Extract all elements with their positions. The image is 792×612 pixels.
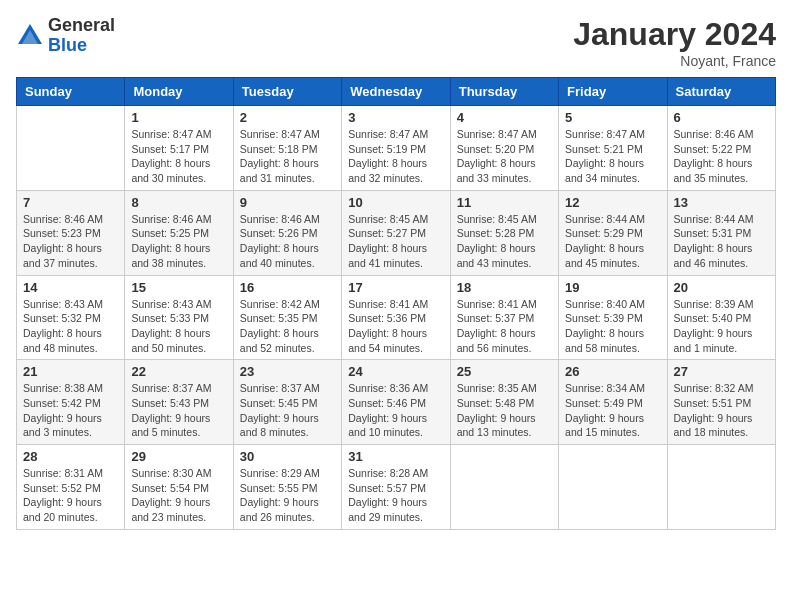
logo-icon	[16, 22, 44, 50]
day-number: 1	[131, 110, 226, 125]
calendar-cell: 3Sunrise: 8:47 AM Sunset: 5:19 PM Daylig…	[342, 106, 450, 191]
day-info: Sunrise: 8:30 AM Sunset: 5:54 PM Dayligh…	[131, 466, 226, 525]
calendar-week-0: 1Sunrise: 8:47 AM Sunset: 5:17 PM Daylig…	[17, 106, 776, 191]
day-number: 11	[457, 195, 552, 210]
day-info: Sunrise: 8:47 AM Sunset: 5:18 PM Dayligh…	[240, 127, 335, 186]
logo-general: General	[48, 15, 115, 35]
day-info: Sunrise: 8:47 AM Sunset: 5:19 PM Dayligh…	[348, 127, 443, 186]
weekday-header-sunday: Sunday	[17, 78, 125, 106]
logo-text: General Blue	[48, 16, 115, 56]
weekday-header-monday: Monday	[125, 78, 233, 106]
day-info: Sunrise: 8:31 AM Sunset: 5:52 PM Dayligh…	[23, 466, 118, 525]
calendar-week-4: 28Sunrise: 8:31 AM Sunset: 5:52 PM Dayli…	[17, 445, 776, 530]
day-info: Sunrise: 8:29 AM Sunset: 5:55 PM Dayligh…	[240, 466, 335, 525]
page-header: General Blue January 2024 Noyant, France	[16, 16, 776, 69]
day-number: 20	[674, 280, 769, 295]
day-number: 7	[23, 195, 118, 210]
day-info: Sunrise: 8:41 AM Sunset: 5:36 PM Dayligh…	[348, 297, 443, 356]
calendar-cell: 12Sunrise: 8:44 AM Sunset: 5:29 PM Dayli…	[559, 190, 667, 275]
calendar-cell: 29Sunrise: 8:30 AM Sunset: 5:54 PM Dayli…	[125, 445, 233, 530]
calendar-cell: 26Sunrise: 8:34 AM Sunset: 5:49 PM Dayli…	[559, 360, 667, 445]
calendar-cell: 30Sunrise: 8:29 AM Sunset: 5:55 PM Dayli…	[233, 445, 341, 530]
day-info: Sunrise: 8:46 AM Sunset: 5:25 PM Dayligh…	[131, 212, 226, 271]
day-info: Sunrise: 8:44 AM Sunset: 5:31 PM Dayligh…	[674, 212, 769, 271]
calendar-cell: 11Sunrise: 8:45 AM Sunset: 5:28 PM Dayli…	[450, 190, 558, 275]
calendar-cell: 28Sunrise: 8:31 AM Sunset: 5:52 PM Dayli…	[17, 445, 125, 530]
day-number: 26	[565, 364, 660, 379]
day-number: 17	[348, 280, 443, 295]
day-info: Sunrise: 8:46 AM Sunset: 5:22 PM Dayligh…	[674, 127, 769, 186]
calendar-cell: 25Sunrise: 8:35 AM Sunset: 5:48 PM Dayli…	[450, 360, 558, 445]
calendar-cell: 4Sunrise: 8:47 AM Sunset: 5:20 PM Daylig…	[450, 106, 558, 191]
calendar-week-2: 14Sunrise: 8:43 AM Sunset: 5:32 PM Dayli…	[17, 275, 776, 360]
day-info: Sunrise: 8:46 AM Sunset: 5:23 PM Dayligh…	[23, 212, 118, 271]
day-info: Sunrise: 8:47 AM Sunset: 5:20 PM Dayligh…	[457, 127, 552, 186]
weekday-header-tuesday: Tuesday	[233, 78, 341, 106]
calendar-cell	[450, 445, 558, 530]
day-info: Sunrise: 8:45 AM Sunset: 5:27 PM Dayligh…	[348, 212, 443, 271]
day-number: 19	[565, 280, 660, 295]
logo: General Blue	[16, 16, 115, 56]
day-number: 22	[131, 364, 226, 379]
day-info: Sunrise: 8:39 AM Sunset: 5:40 PM Dayligh…	[674, 297, 769, 356]
day-number: 23	[240, 364, 335, 379]
day-number: 16	[240, 280, 335, 295]
day-number: 10	[348, 195, 443, 210]
day-number: 18	[457, 280, 552, 295]
day-number: 5	[565, 110, 660, 125]
location-subtitle: Noyant, France	[573, 53, 776, 69]
weekday-header-wednesday: Wednesday	[342, 78, 450, 106]
calendar-cell	[17, 106, 125, 191]
day-info: Sunrise: 8:42 AM Sunset: 5:35 PM Dayligh…	[240, 297, 335, 356]
day-info: Sunrise: 8:35 AM Sunset: 5:48 PM Dayligh…	[457, 381, 552, 440]
day-info: Sunrise: 8:47 AM Sunset: 5:17 PM Dayligh…	[131, 127, 226, 186]
calendar-cell: 1Sunrise: 8:47 AM Sunset: 5:17 PM Daylig…	[125, 106, 233, 191]
day-info: Sunrise: 8:47 AM Sunset: 5:21 PM Dayligh…	[565, 127, 660, 186]
day-number: 21	[23, 364, 118, 379]
day-number: 27	[674, 364, 769, 379]
logo-blue: Blue	[48, 35, 87, 55]
calendar-cell: 23Sunrise: 8:37 AM Sunset: 5:45 PM Dayli…	[233, 360, 341, 445]
calendar-cell: 21Sunrise: 8:38 AM Sunset: 5:42 PM Dayli…	[17, 360, 125, 445]
day-info: Sunrise: 8:46 AM Sunset: 5:26 PM Dayligh…	[240, 212, 335, 271]
weekday-header-friday: Friday	[559, 78, 667, 106]
day-info: Sunrise: 8:36 AM Sunset: 5:46 PM Dayligh…	[348, 381, 443, 440]
day-info: Sunrise: 8:38 AM Sunset: 5:42 PM Dayligh…	[23, 381, 118, 440]
day-info: Sunrise: 8:41 AM Sunset: 5:37 PM Dayligh…	[457, 297, 552, 356]
calendar-cell: 2Sunrise: 8:47 AM Sunset: 5:18 PM Daylig…	[233, 106, 341, 191]
day-info: Sunrise: 8:44 AM Sunset: 5:29 PM Dayligh…	[565, 212, 660, 271]
day-number: 4	[457, 110, 552, 125]
weekday-header-saturday: Saturday	[667, 78, 775, 106]
calendar-cell: 6Sunrise: 8:46 AM Sunset: 5:22 PM Daylig…	[667, 106, 775, 191]
day-number: 31	[348, 449, 443, 464]
day-info: Sunrise: 8:37 AM Sunset: 5:45 PM Dayligh…	[240, 381, 335, 440]
day-number: 15	[131, 280, 226, 295]
calendar-cell	[559, 445, 667, 530]
day-info: Sunrise: 8:43 AM Sunset: 5:33 PM Dayligh…	[131, 297, 226, 356]
calendar-cell: 5Sunrise: 8:47 AM Sunset: 5:21 PM Daylig…	[559, 106, 667, 191]
month-title: January 2024	[573, 16, 776, 53]
calendar-cell: 19Sunrise: 8:40 AM Sunset: 5:39 PM Dayli…	[559, 275, 667, 360]
calendar-cell: 31Sunrise: 8:28 AM Sunset: 5:57 PM Dayli…	[342, 445, 450, 530]
calendar-cell: 18Sunrise: 8:41 AM Sunset: 5:37 PM Dayli…	[450, 275, 558, 360]
calendar-cell: 8Sunrise: 8:46 AM Sunset: 5:25 PM Daylig…	[125, 190, 233, 275]
day-number: 13	[674, 195, 769, 210]
calendar-cell: 10Sunrise: 8:45 AM Sunset: 5:27 PM Dayli…	[342, 190, 450, 275]
calendar-week-1: 7Sunrise: 8:46 AM Sunset: 5:23 PM Daylig…	[17, 190, 776, 275]
calendar-cell: 27Sunrise: 8:32 AM Sunset: 5:51 PM Dayli…	[667, 360, 775, 445]
calendar-cell	[667, 445, 775, 530]
day-number: 14	[23, 280, 118, 295]
day-number: 24	[348, 364, 443, 379]
day-info: Sunrise: 8:32 AM Sunset: 5:51 PM Dayligh…	[674, 381, 769, 440]
calendar-cell: 16Sunrise: 8:42 AM Sunset: 5:35 PM Dayli…	[233, 275, 341, 360]
day-info: Sunrise: 8:45 AM Sunset: 5:28 PM Dayligh…	[457, 212, 552, 271]
calendar-cell: 7Sunrise: 8:46 AM Sunset: 5:23 PM Daylig…	[17, 190, 125, 275]
day-number: 8	[131, 195, 226, 210]
calendar-cell: 22Sunrise: 8:37 AM Sunset: 5:43 PM Dayli…	[125, 360, 233, 445]
day-number: 3	[348, 110, 443, 125]
calendar-cell: 13Sunrise: 8:44 AM Sunset: 5:31 PM Dayli…	[667, 190, 775, 275]
day-info: Sunrise: 8:28 AM Sunset: 5:57 PM Dayligh…	[348, 466, 443, 525]
calendar-table: SundayMondayTuesdayWednesdayThursdayFrid…	[16, 77, 776, 530]
day-info: Sunrise: 8:40 AM Sunset: 5:39 PM Dayligh…	[565, 297, 660, 356]
day-info: Sunrise: 8:43 AM Sunset: 5:32 PM Dayligh…	[23, 297, 118, 356]
